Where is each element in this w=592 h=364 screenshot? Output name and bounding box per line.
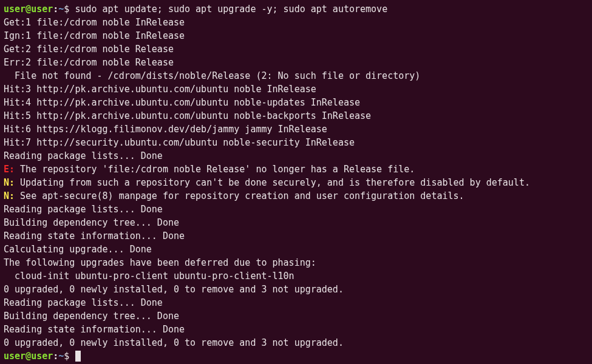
output-text: Building dependency tree... Done (4, 217, 179, 228)
output-text: Get:1 file:/cdrom noble InRelease (4, 17, 185, 28)
output-text: Hit:3 http://pk.archive.ubuntu.com/ubunt… (4, 84, 316, 95)
prompt-line[interactable]: user@user:~$ (4, 349, 588, 363)
output-line: File not found - /cdrom/dists/noble/Rele… (4, 69, 588, 83)
output-line: Reading state information... Done (4, 229, 588, 243)
output-line: Err:2 file:/cdrom noble Release (4, 56, 588, 69)
output-text: Hit:4 http://pk.archive.ubuntu.com/ubunt… (4, 97, 360, 108)
output-text: Hit:6 https://klogg.filimonov.dev/deb/ja… (4, 124, 327, 135)
output-line: Get:2 file:/cdrom noble Release (4, 42, 588, 56)
output-text: Reading state information... Done (4, 231, 185, 241)
command-line: user@user:~$ sudo apt update; sudo apt u… (4, 2, 588, 16)
output-line: cloud-init ubuntu-pro-client ubuntu-pro-… (4, 269, 588, 283)
output-line: N: Updating from such a repository can't… (4, 176, 588, 189)
output-line: Reading package lists... Done (4, 296, 588, 309)
error-tag: E: (4, 164, 15, 175)
output-line: Hit:7 http://security.ubuntu.com/ubuntu … (4, 136, 588, 149)
output-line: 0 upgraded, 0 newly installed, 0 to remo… (4, 283, 588, 296)
output-line: Reading package lists... Done (4, 203, 588, 216)
prompt-path: ~ (58, 351, 64, 362)
output-text: The repository 'file:/cdrom noble Releas… (15, 164, 415, 175)
prompt-user-host: user@user (4, 4, 53, 15)
output-line: The following upgrades have been deferre… (4, 256, 588, 269)
output-text: 0 upgraded, 0 newly installed, 0 to remo… (4, 284, 344, 295)
output-text: The following upgrades have been deferre… (4, 257, 316, 268)
output-text: Building dependency tree... Done (4, 311, 179, 322)
output-line: Reading package lists... Done (4, 149, 588, 163)
output-line: 0 upgraded, 0 newly installed, 0 to remo… (4, 336, 588, 349)
output-text: Hit:7 http://security.ubuntu.com/ubuntu … (4, 137, 355, 148)
output-line: Ign:1 file:/cdrom noble InRelease (4, 29, 588, 42)
notice-tag: N: (4, 177, 15, 188)
output-text: Reading package lists... Done (4, 204, 163, 215)
output-line: Hit:6 https://klogg.filimonov.dev/deb/ja… (4, 123, 588, 136)
prompt-symbol: $ (64, 4, 75, 15)
prompt-colon: : (53, 351, 58, 362)
output-text: Updating from such a repository can't be… (15, 177, 530, 188)
output-text: cloud-init ubuntu-pro-client ubuntu-pro-… (4, 271, 294, 281)
output-line: Hit:3 http://pk.archive.ubuntu.com/ubunt… (4, 83, 588, 96)
output-line: Get:1 file:/cdrom noble InRelease (4, 16, 588, 29)
output-line: Hit:5 http://pk.archive.ubuntu.com/ubunt… (4, 109, 588, 123)
notice-tag: N: (4, 190, 15, 201)
output-text: Reading state information... Done (4, 324, 185, 335)
output-text: Ign:1 file:/cdrom noble InRelease (4, 30, 185, 41)
prompt-user-host: user@user (4, 351, 53, 362)
output-line: Building dependency tree... Done (4, 216, 588, 229)
output-text: Hit:5 http://pk.archive.ubuntu.com/ubunt… (4, 110, 371, 121)
output-line: N: See apt-secure(8) manpage for reposit… (4, 189, 588, 203)
output-line: Hit:4 http://pk.archive.ubuntu.com/ubunt… (4, 96, 588, 109)
prompt-symbol: $ (64, 351, 75, 362)
output-line: Reading state information... Done (4, 323, 588, 336)
output-text: Reading package lists... Done (4, 150, 163, 161)
prompt-colon: : (53, 4, 58, 15)
output-text: Get:2 file:/cdrom noble Release (4, 44, 174, 55)
output-text: Calculating upgrade... Done (4, 244, 152, 255)
output-text: 0 upgraded, 0 newly installed, 0 to remo… (4, 337, 344, 348)
cursor (75, 351, 81, 362)
output-text: Reading package lists... Done (4, 297, 163, 308)
terminal[interactable]: user@user:~$ sudo apt update; sudo apt u… (4, 2, 588, 362)
output-text: Err:2 file:/cdrom noble Release (4, 57, 174, 68)
output-line: Calculating upgrade... Done (4, 243, 588, 256)
output-line: E: The repository 'file:/cdrom noble Rel… (4, 163, 588, 176)
output-text: See apt-secure(8) manpage for repository… (15, 190, 464, 201)
prompt-path: ~ (58, 4, 64, 15)
output-line: Building dependency tree... Done (4, 309, 588, 323)
command-text: sudo apt update; sudo apt upgrade -y; su… (75, 4, 387, 15)
output-text: File not found - /cdrom/dists/noble/Rele… (4, 70, 420, 81)
